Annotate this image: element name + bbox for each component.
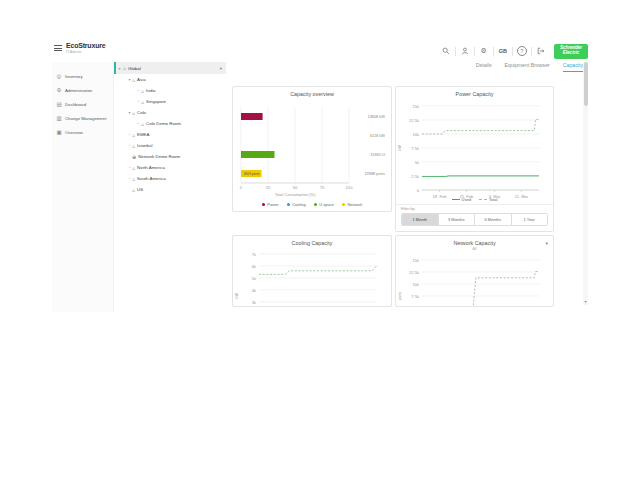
location-icon: ⌂: [132, 143, 135, 149]
schneider-electric-logo[interactable]: Schneider Electric: [554, 44, 588, 59]
sidebar-item-label: Inventory: [65, 74, 83, 79]
overview-icon: ▣: [56, 129, 62, 135]
sidebar-item-change-management[interactable]: ▥Change Management: [52, 111, 113, 125]
svg-text:7k: 7k: [252, 252, 257, 257]
divider: [455, 47, 456, 56]
location-icon: ⌂: [132, 110, 135, 116]
tree-item-istanbul[interactable]: ›⌂Istanbul: [114, 140, 226, 151]
divider: [493, 47, 494, 56]
cooling-capacity-card: Cooling Capacity 01k2k3k4k5k6k7kkW: [232, 235, 392, 307]
left-nav-sidebar: ◎Inventory⚙Administration▤Dashboard▥Chan…: [52, 62, 114, 312]
filter-strip: Filter by: 1 Month3 Months6 Months1 Year: [396, 204, 553, 231]
capacity-overview-card: Capacity overview 025507510013808 kW6118…: [232, 86, 392, 212]
chart-subtitle: All: [396, 247, 553, 251]
tab-details[interactable]: Details: [476, 62, 492, 71]
svg-text:12.5k: 12.5k: [409, 118, 420, 123]
svg-text:12.5k: 12.5k: [409, 270, 420, 275]
location-icon: ⌂: [132, 77, 135, 83]
sidebar-item-dashboard[interactable]: ▤Dashboard: [52, 97, 113, 111]
location-tree: ▾ ⌂ Global ▾ ▾⌂Asia›⌂India›⌂Singapore▾⌂C…: [114, 62, 226, 305]
legend-label: Cooling: [292, 202, 306, 207]
tree-item-label: North America: [137, 165, 165, 170]
svg-text:4k: 4k: [252, 288, 257, 293]
scrollbar-thumb[interactable]: [584, 62, 588, 106]
tab-capacity[interactable]: Capacity: [563, 62, 583, 72]
location-icon: ⌂: [132, 176, 135, 182]
tree-item-us[interactable]: ⌂US: [114, 184, 226, 195]
tree-item-colo-demo-room[interactable]: ›⌂Colo Demo Room: [114, 118, 226, 129]
filter-option-6-months[interactable]: 6 Months: [474, 214, 511, 225]
legend-dot: [314, 203, 318, 207]
svg-text:kW: kW: [398, 145, 402, 151]
svg-text:ports: ports: [398, 292, 402, 300]
network-capacity-chart: 02.5k5k7.5k10k12.5k15kports: [396, 256, 549, 307]
header-actions: ⚙ GB ? Schneider Electric: [441, 42, 588, 60]
legend-item-power: Power: [262, 202, 279, 207]
legend-item-cooling: Cooling: [287, 202, 306, 207]
legend-item-used: Used: [452, 197, 471, 202]
brand-name: EcoStruxure: [66, 42, 105, 49]
location-icon: ⌂: [123, 65, 126, 71]
power-capacity-chart: 02.5k5k7.5k10k12.5k15k18. Feb25. Feb4. M…: [396, 100, 549, 208]
tab-equipment-browser[interactable]: Equipment Browser: [505, 62, 550, 71]
tree-item-emea[interactable]: ›⌂EMEA: [114, 129, 226, 140]
search-icon[interactable]: [441, 46, 451, 56]
legend-line: [479, 199, 487, 200]
language-selector[interactable]: GB: [498, 46, 508, 56]
svg-text:2609 ports: 2609 ports: [243, 172, 259, 176]
svg-text:13808 kW: 13808 kW: [367, 114, 385, 119]
chart-title: Power Capacity: [396, 91, 553, 97]
sidebar-item-overview[interactable]: ▣Overview: [52, 125, 113, 139]
filter-option-1-month[interactable]: 1 Month: [402, 214, 438, 225]
tree-item-network-demo-room[interactable]: ⊕Network Demo Room: [114, 151, 226, 162]
sidebar-item-label: Change Management: [65, 116, 106, 121]
svg-text:31965 U: 31965 U: [370, 152, 385, 157]
tree-item-india[interactable]: ›⌂India: [114, 85, 226, 96]
tree-item-global[interactable]: ▾ ⌂ Global ▾: [114, 62, 226, 74]
brand-logo: EcoStruxure IT Advisor: [66, 42, 105, 54]
tree-item-south-america[interactable]: ›⌂South America: [114, 173, 226, 184]
logout-icon[interactable]: [536, 46, 546, 56]
tree-item-singapore[interactable]: ›⌂Singapore: [114, 96, 226, 107]
svg-text:5k: 5k: [415, 306, 420, 308]
power-capacity-card: Power Capacity 02.5k5k7.5k10k12.5k15k18.…: [395, 86, 554, 232]
change-management-icon: ▥: [56, 115, 62, 121]
legend-label: U space: [319, 202, 334, 207]
tree-items: ▾⌂Asia›⌂India›⌂Singapore▾⌂Colo›⌂Colo Dem…: [114, 74, 226, 195]
svg-text:15k: 15k: [412, 258, 420, 263]
scroll-down-icon[interactable]: ▾: [583, 299, 588, 304]
settings-gear-icon[interactable]: ⚙: [479, 46, 489, 56]
tree-item-north-america[interactable]: ›⌂North America: [114, 162, 226, 173]
location-icon: ⌂: [132, 132, 135, 138]
sidebar-item-administration[interactable]: ⚙Administration: [52, 83, 113, 97]
filter-buttons: 1 Month3 Months6 Months1 Year: [401, 213, 548, 226]
tree-item-label: Network Demo Room: [138, 154, 180, 159]
legend-label: Used: [462, 197, 471, 202]
inventory-icon: ◎: [56, 73, 62, 79]
svg-text:3k: 3k: [252, 300, 257, 305]
svg-text:75: 75: [320, 185, 325, 190]
top-bar: EcoStruxure IT Advisor ⚙ GB ? Schneider: [52, 40, 588, 62]
tree-options-caret-icon[interactable]: ▾: [220, 66, 222, 71]
filter-option-3-months[interactable]: 3 Months: [438, 214, 475, 225]
legend-item-u-space: U space: [314, 202, 334, 207]
menu-icon[interactable]: [54, 45, 62, 52]
tree-item-asia[interactable]: ▾⌂Asia: [114, 74, 226, 85]
location-icon: ⌂: [132, 187, 135, 193]
legend-dot: [262, 203, 266, 207]
tree-item-colo[interactable]: ▾⌂Colo: [114, 107, 226, 118]
app-window: EcoStruxure IT Advisor ⚙ GB ? Schneider: [0, 0, 640, 480]
filter-option-1-year[interactable]: 1 Year: [511, 214, 548, 225]
tree-item-label: Colo Demo Room: [146, 121, 181, 126]
svg-text:6118 kW: 6118 kW: [370, 133, 385, 138]
sidebar-item-inventory[interactable]: ◎Inventory: [52, 69, 113, 83]
legend-item-total: Total: [479, 197, 497, 202]
svg-text:2.5k: 2.5k: [411, 174, 420, 179]
svg-text:Total Consumption (%): Total Consumption (%): [275, 192, 316, 197]
vertical-scrollbar[interactable]: ▾: [583, 62, 588, 305]
chart-dropdown-caret-icon[interactable]: ▾: [545, 240, 548, 246]
location-icon: ⌂: [141, 88, 144, 94]
user-icon[interactable]: [460, 46, 470, 56]
chevron-down-icon: ▾: [116, 66, 123, 71]
help-icon[interactable]: ?: [517, 46, 527, 56]
